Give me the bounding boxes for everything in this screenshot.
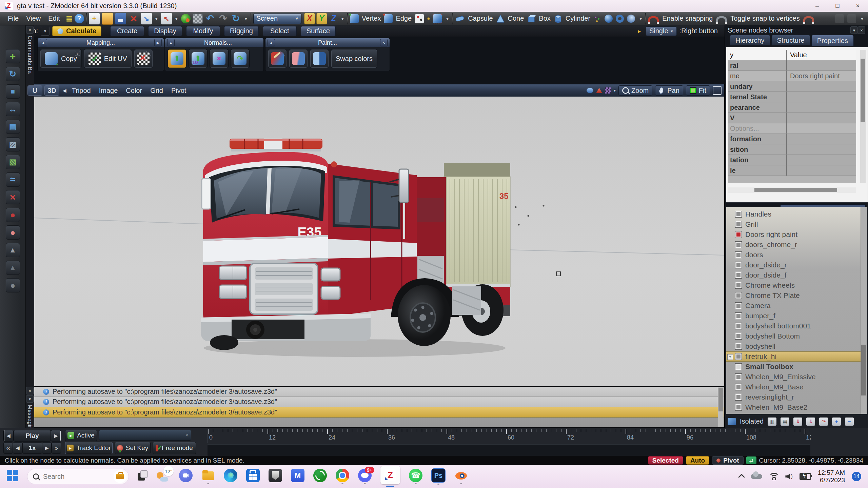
mode-tab[interactable]: Create (110, 26, 144, 36)
node-toolbar-icon[interactable] (832, 418, 841, 426)
taskbar-chat[interactable] (179, 469, 193, 484)
active-animation-button[interactable]: ▶Active (65, 430, 97, 441)
rail-tool-icon[interactable] (6, 137, 20, 151)
texture-view-icon[interactable] (605, 87, 611, 94)
scene-node-row[interactable]: + doors (726, 250, 867, 260)
search-input[interactable] (42, 472, 98, 481)
fast-forward-button[interactable]: » (52, 442, 61, 454)
viewport-canvas[interactable]: 35 (34, 97, 724, 386)
scene-node-row[interactable]: + bumper_f (726, 311, 867, 321)
rail-tool-icon[interactable] (6, 155, 20, 169)
taskbar-discord[interactable]: 9+ (358, 469, 372, 484)
viewport-back-icon[interactable]: ◀ (63, 88, 66, 93)
primitives-overflow-caret-icon[interactable] (638, 13, 643, 24)
viewport-3d[interactable]: U 3D ◀ TripodImageColorGridPivot ▾ Zoom … (34, 84, 725, 386)
vertex-mode-label[interactable]: Vertex (362, 15, 381, 22)
toolbar-icon[interactable] (102, 13, 113, 25)
scene-browser-tab[interactable]: Properties (811, 35, 854, 46)
scene-node-row[interactable]: + firetruk_hi (726, 351, 867, 362)
rail-tool-icon[interactable] (6, 49, 20, 63)
property-row[interactable]: formation (728, 134, 856, 144)
collapse-panel-icon[interactable]: ▲ (167, 39, 175, 46)
node-visibility-checkbox[interactable] (735, 292, 742, 299)
wifi-icon[interactable] (769, 473, 778, 480)
polygon-random-icon[interactable] (415, 14, 424, 23)
taskbar-xbox[interactable] (313, 469, 327, 484)
toolbar-icon[interactable] (161, 13, 172, 24)
toolbar-icon[interactable] (181, 14, 191, 23)
enable-snapping-label[interactable]: Enable snapping (662, 15, 713, 22)
selected-badge[interactable]: Selected (648, 456, 683, 465)
snap-vertices-icon[interactable] (716, 16, 727, 24)
taskbar-file-explorer[interactable] (201, 469, 215, 484)
auto-badge[interactable]: Auto (686, 456, 709, 465)
scene-node-row[interactable]: + Whelen_M9_Base (726, 382, 867, 392)
property-row[interactable]: Options... (728, 123, 856, 134)
single-select-dropdown[interactable]: Single▾ (646, 26, 677, 36)
sphere-icon[interactable] (605, 15, 613, 23)
toolbar-icon[interactable] (231, 13, 241, 24)
expand-node-icon[interactable]: + (727, 354, 733, 360)
toolbar-icon[interactable] (89, 13, 100, 24)
log-scrollbar[interactable] (718, 387, 724, 427)
paint-fill-button[interactable] (289, 49, 308, 68)
property-row[interactable]: tation (728, 155, 856, 165)
set-key-button[interactable]: Set Key (115, 442, 151, 454)
node-visibility-checkbox[interactable] (735, 323, 742, 329)
step-back-button[interactable]: ◀ (13, 442, 22, 454)
pin-log-icon[interactable]: ▾ (26, 395, 34, 403)
taskbar-zmodeler-active[interactable]: Z (380, 466, 400, 487)
rail-tool-icon[interactable] (6, 172, 20, 187)
node-visibility-checkbox[interactable] (735, 343, 742, 350)
enable-snapping-icon[interactable] (648, 16, 659, 24)
stray-vertices[interactable] (515, 205, 545, 226)
rail-tool-icon[interactable] (6, 102, 20, 116)
notification-count-badge[interactable]: 14 (852, 472, 861, 481)
node-toolbar-icon[interactable] (768, 418, 776, 426)
pin-panel-icon[interactable]: ▾ (850, 26, 858, 34)
normals-threshold-button[interactable]: ⇑10 (189, 49, 207, 68)
collapse-panel-icon[interactable]: ▲ (40, 39, 47, 46)
play-button[interactable]: Play (14, 430, 51, 442)
cone-icon[interactable] (496, 14, 505, 23)
scene-node-row[interactable]: + Camera (726, 301, 867, 311)
properties-vscrollbar[interactable] (860, 50, 866, 183)
mode-tab[interactable]: Surface (301, 26, 336, 36)
timeline-track-area[interactable] (208, 444, 810, 456)
firetruck-model[interactable]: 35 (34, 97, 724, 386)
node-visibility-checkbox[interactable] (735, 394, 742, 401)
log-line[interactable]: i Performing autosave to "c:\program fil… (34, 407, 724, 418)
animation-select-dropdown[interactable]: ˅ (99, 430, 191, 441)
view-options-caret-icon[interactable]: ▾ (614, 88, 616, 93)
pivot-badge[interactable]: Pivot (712, 456, 743, 465)
node-visibility-checkbox[interactable] (735, 302, 742, 309)
node-visibility-checkbox[interactable] (735, 363, 742, 370)
box-icon[interactable] (527, 14, 536, 23)
weather-widget[interactable]: 12° (157, 469, 170, 484)
playback-speed-button[interactable]: 1x (22, 442, 42, 454)
scene-node-row[interactable]: + Doors right paint (726, 229, 867, 240)
cone-label[interactable]: Cone (508, 15, 524, 22)
capsule-label[interactable]: Capsule (468, 15, 493, 22)
taskbar-chrome[interactable] (336, 469, 349, 484)
pan-button[interactable]: Pan (655, 85, 683, 96)
help-icon[interactable]: ? (75, 14, 84, 23)
edit-uv-button[interactable]: Edit UV (84, 49, 132, 68)
battery-icon[interactable]: ϟ (800, 473, 811, 480)
toolbar-icon[interactable] (205, 13, 216, 24)
node-list-scrollbar[interactable] (861, 207, 867, 414)
taskbar-search[interactable] (27, 469, 129, 484)
torus-icon[interactable] (616, 15, 624, 23)
screen-mode-select[interactable]: Screen˅ (253, 13, 301, 24)
toolbar-icon[interactable] (174, 13, 179, 24)
rail-tool-icon[interactable] (6, 190, 20, 204)
scene-node-row[interactable]: + bodyshell bottom001 (726, 321, 867, 331)
polygon-mode-active[interactable] (427, 17, 430, 20)
scene-node-row[interactable]: + bodyshell (726, 341, 867, 351)
property-row[interactable]: ternal State (728, 92, 856, 102)
axis-overflow-caret-icon[interactable] (340, 13, 345, 24)
scene-node-row[interactable]: + Whelen_M9_Base2 (726, 402, 867, 412)
box-label[interactable]: Box (539, 15, 550, 22)
view-cone-icon[interactable] (596, 88, 602, 93)
node-visibility-checkbox[interactable] (735, 404, 742, 411)
